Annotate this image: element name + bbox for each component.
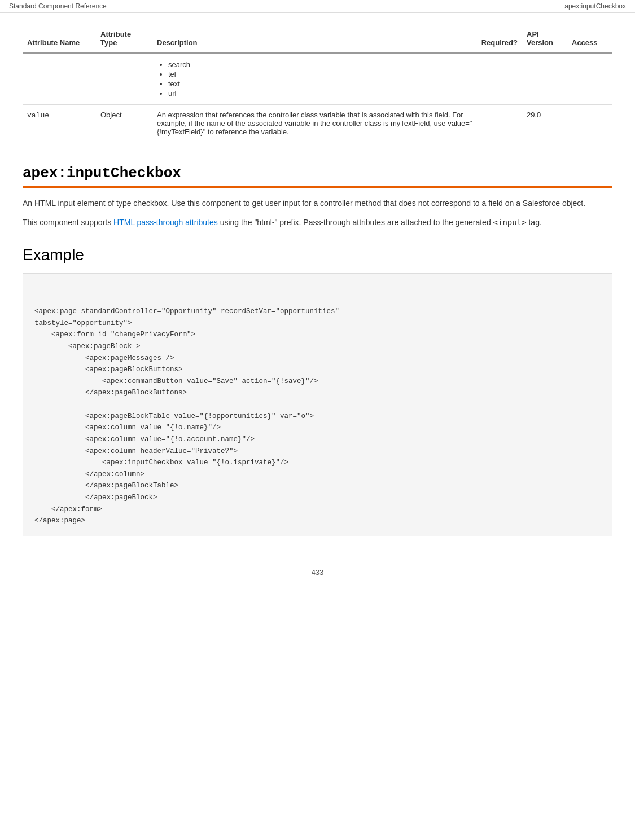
row2-type: Object [96,105,152,142]
row1-type [96,53,152,105]
page-number: 433 [0,559,635,586]
main-content: Attribute Name Attribute Type Descriptio… [0,13,635,559]
col-header-api: API Version [522,24,567,53]
bullet-text: text [168,80,472,88]
code-block: <apex:page standardController="Opportuni… [23,273,612,536]
row2-desc: An expression that references the contro… [152,105,477,142]
row2-req [477,105,522,142]
row2-name: value [23,105,96,142]
col-header-type: Attribute Type [96,24,152,53]
row1-access [567,53,612,105]
section-desc2: This component supports HTML pass-throug… [23,216,612,228]
row1-name [23,53,96,105]
section-desc1: An HTML input element of type checkbox. … [23,197,612,209]
row2-access [567,105,612,142]
bullet-tel: tel [168,70,472,78]
col-header-access: Access [567,24,612,53]
attribute-table: Attribute Name Attribute Type Descriptio… [23,24,612,142]
col-header-name: Attribute Name [23,24,96,53]
row1-api [522,53,567,105]
top-bar-right: apex:inputCheckbox [564,2,626,10]
section-heading: apex:inputCheckbox [23,165,612,188]
row2-api: 29.0 [522,105,567,142]
example-heading: Example [23,246,612,264]
desc2-post: tag. [527,218,542,227]
bullet-search: search [168,60,472,69]
bullet-url: url [168,89,472,98]
html-pass-through-link[interactable]: HTML pass-through attributes [113,218,218,227]
top-bar-left: Standard Component Reference [9,2,107,10]
table-row: search tel text url [23,53,612,105]
top-bar: Standard Component Reference apex:inputC… [0,0,635,13]
input-tag-code: <input> [493,218,527,227]
row1-req [477,53,522,105]
col-header-desc: Description [152,24,477,53]
desc2-pre: This component supports [23,218,113,227]
col-header-req: Required? [477,24,522,53]
desc2-mid: using the "html-" prefix. Pass-through a… [218,218,493,227]
row1-desc: search tel text url [152,53,477,105]
table-row: value Object An expression that referenc… [23,105,612,142]
